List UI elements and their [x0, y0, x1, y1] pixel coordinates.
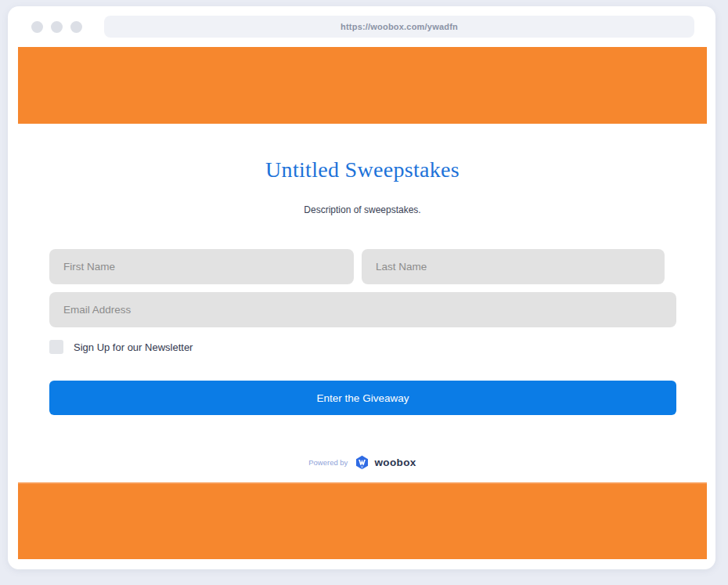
browser-window: https://woobox.com/ywadfn Untitled Sweep…: [8, 6, 715, 569]
enter-giveaway-button-label: Enter the Giveaway: [317, 392, 409, 404]
powered-by-footer[interactable]: Powered by woobox: [18, 454, 707, 470]
newsletter-checkbox-label: Sign Up for our Newsletter: [74, 341, 193, 353]
newsletter-checkbox[interactable]: [49, 340, 63, 354]
page-description: Description of sweepstakes.: [18, 204, 707, 215]
woobox-logo-icon: [355, 455, 369, 470]
header-banner: [18, 47, 707, 124]
name-fields-row: [49, 249, 676, 284]
last-name-input[interactable]: [362, 249, 665, 284]
powered-by-label: Powered by: [308, 458, 348, 467]
sweepstakes-main: Untitled Sweepstakes Description of swee…: [18, 124, 707, 470]
window-dot-icon[interactable]: [31, 21, 43, 33]
page-title: Untitled Sweepstakes: [18, 124, 707, 182]
browser-chrome-bar: https://woobox.com/ywadfn: [8, 6, 715, 47]
enter-giveaway-button[interactable]: Enter the Giveaway: [49, 381, 676, 415]
window-control-dots: [31, 21, 82, 33]
window-dot-icon[interactable]: [51, 21, 63, 33]
newsletter-signup-row: Sign Up for our Newsletter: [49, 340, 676, 354]
first-name-input[interactable]: [49, 249, 354, 284]
footer-banner: [18, 482, 707, 559]
email-input[interactable]: [49, 292, 676, 327]
address-bar[interactable]: https://woobox.com/ywadfn: [104, 16, 694, 38]
window-dot-icon[interactable]: [70, 21, 82, 33]
address-bar-url: https://woobox.com/ywadfn: [341, 22, 458, 31]
entry-form: Sign Up for our Newsletter Enter the Giv…: [49, 249, 676, 415]
page-content-frame: Untitled Sweepstakes Description of swee…: [18, 47, 707, 559]
woobox-brand-name: woobox: [374, 457, 416, 468]
